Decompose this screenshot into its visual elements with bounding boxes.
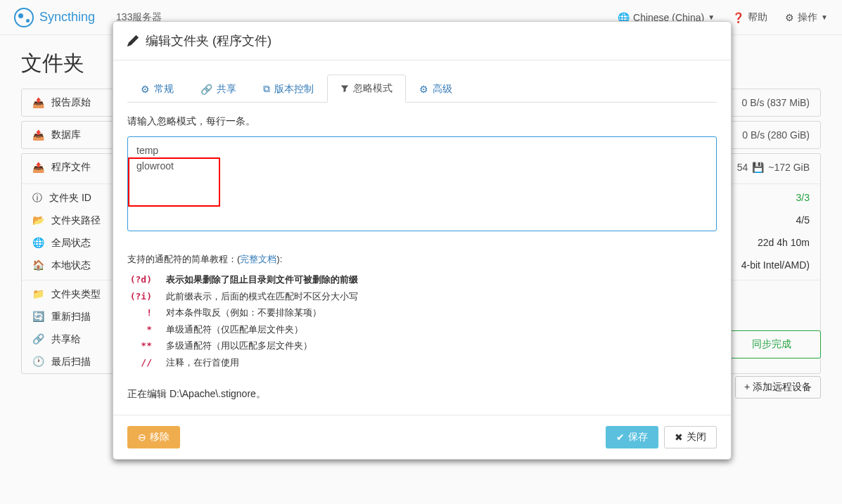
tab-label: 共享 [217,83,236,96]
filter-icon [340,84,349,93]
modal-header: 编辑文件夹 (程序文件) [113,22,731,60]
save-label: 保存 [628,431,648,444]
pattern-row: **多级通配符（用以匹配多层文件夹） [127,337,717,354]
ignore-help-text: 请输入忽略模式，每行一条。 [127,115,717,128]
pattern-code: ! [127,306,166,320]
pattern-code: (?d) [127,273,166,287]
tab-label: 常规 [154,83,174,96]
tab-ignore-patterns[interactable]: 忽略模式 [327,75,406,103]
close-label: 关闭 [687,431,706,444]
editing-file-path: 正在编辑 D:\Apache\.stignore。 [127,388,717,401]
close-button[interactable]: ✖ 关闭 [664,426,717,448]
remove-button[interactable]: ⊖ 移除 [127,426,180,448]
copy-icon: ⧉ [263,83,270,95]
tab-label: 忽略模式 [353,82,393,95]
save-button[interactable]: ✔ 保存 [606,426,658,448]
tab-sharing[interactable]: 🔗 共享 [187,75,250,103]
pattern-code: // [127,356,166,370]
gear-icon: ⚙ [141,84,150,95]
modal-title: 编辑文件夹 (程序文件) [146,32,272,49]
check-icon: ✔ [616,432,625,443]
pattern-desc: 多级通配符（用以匹配多层文件夹） [166,339,312,353]
tab-general[interactable]: ⚙ 常规 [127,75,187,103]
ignore-patterns-textarea[interactable] [127,136,717,231]
pattern-desc: 注释，在行首使用 [166,356,239,370]
pattern-desc: 表示如果删除了阻止目录则文件可被删除的前缀 [166,273,358,287]
pattern-code: (?i) [127,290,166,304]
pattern-code: * [127,323,166,337]
edit-folder-modal: 编辑文件夹 (程序文件) ⚙ 常规 🔗 共享 ⧉ 版本控制 忽略模式 [113,21,732,460]
pattern-row: *单级通配符（仅匹配单层文件夹） [127,321,717,338]
pattern-desc: 对本条件取反（例如：不要排除某项） [166,306,321,320]
close-icon: ✖ [675,432,683,443]
tabs: ⚙ 常规 🔗 共享 ⧉ 版本控制 忽略模式 ⚙ 高级 [127,75,717,103]
tab-label: 版本控制 [274,83,314,96]
pattern-row: //注释，在行首使用 [127,354,717,371]
pattern-code: ** [127,339,166,353]
remove-label: 移除 [150,431,170,444]
share-icon: 🔗 [200,84,212,95]
sliders-icon: ⚙ [419,84,428,95]
minus-circle-icon: ⊖ [138,432,146,443]
tab-label: 高级 [433,83,452,96]
pattern-help-prefix: 支持的通配符的简单教程：( [127,254,240,264]
pattern-row: (?d)表示如果删除了阻止目录则文件可被删除的前缀 [127,271,717,288]
pattern-help: 支持的通配符的简单教程：(完整文档): (?d)表示如果删除了阻止目录则文件可被… [127,253,717,370]
modal-footer: ⊖ 移除 ✔ 保存 ✖ 关闭 [113,415,731,459]
pencil-icon [127,35,139,46]
pattern-desc: 此前缀表示，后面的模式在匹配时不区分大小写 [166,290,358,304]
pattern-row: (?i)此前缀表示，后面的模式在匹配时不区分大小写 [127,288,717,305]
full-docs-link[interactable]: 完整文档 [240,254,276,264]
tab-advanced[interactable]: ⚙ 高级 [406,75,466,103]
tab-versioning[interactable]: ⧉ 版本控制 [250,75,327,103]
pattern-help-suffix: ): [276,254,282,264]
pattern-row: !对本条件取反（例如：不要排除某项） [127,304,717,321]
pattern-desc: 单级通配符（仅匹配单层文件夹） [166,323,303,337]
